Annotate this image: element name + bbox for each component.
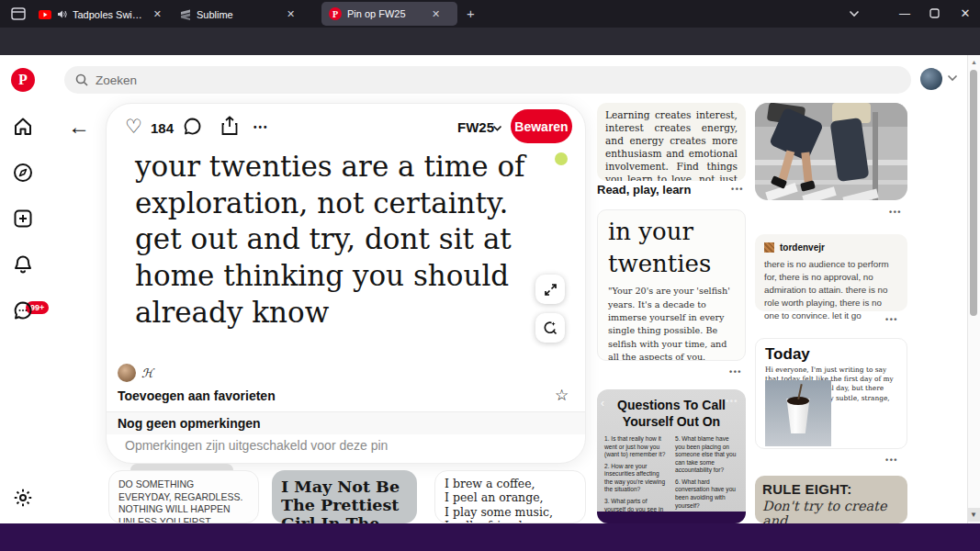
rule-title: RULE EIGHT: [762,481,900,497]
explore-compass-icon[interactable] [12,162,34,184]
tumblr-avatar [764,242,774,253]
tab-pinterest-active[interactable]: P Pin op FW25 ✕ [321,2,457,26]
tab-title: Pin op FW25 [347,8,426,19]
pinterest-favicon: P [329,7,342,20]
line: I play some music, [445,505,576,519]
question-item: 1. Is that really how it went or just ho… [604,435,668,459]
green-dot-indicator [555,152,568,165]
scroll-up-icon[interactable]: ▲ [968,55,980,65]
expand-image-button[interactable] [535,275,565,304]
search-icon [75,73,88,86]
pin-questions[interactable]: Questions To Call Yourself Out On 1. Is … [597,389,746,523]
search-placeholder: Zoeken [96,73,137,87]
notifications-bell-icon[interactable] [12,253,34,276]
carousel-prev-icon[interactable]: ‹ [601,397,604,410]
tab-tadpoles[interactable]: Tadpoles Swimming in Wat... ✕ [31,3,169,26]
line: I peel an orange, [445,490,576,504]
screen: Tadpoles Swimming in Wat... ✕ Sublime ✕ … [0,0,980,551]
photo-jeans [830,118,870,182]
pin-more-icon[interactable]: ••• [889,208,902,217]
pin-twenties-quote: "Your 20's are your 'selfish' years. It'… [608,285,735,361]
coffee-photo [765,380,831,446]
pin-learning-title[interactable]: Read, play, learn [597,183,691,197]
pin-quote-text: your twenties are a time of exploration,… [135,149,553,331]
favorites-label: Toevoegen aan favorieten [118,388,276,403]
author-avatar[interactable] [118,364,136,382]
like-count: 184 [151,120,174,136]
share-icon[interactable] [220,116,239,136]
questions-purple-band [597,512,746,523]
favorite-star-icon[interactable]: ☆ [555,386,569,405]
create-plus-icon[interactable] [12,208,34,230]
tab-close-icon[interactable]: ✕ [432,9,440,19]
question-item: 5. What blame have you been placing on s… [675,435,738,475]
visual-search-button[interactable] [535,313,565,343]
scroll-down-icon[interactable]: ▼ [967,508,980,522]
pin-more-icon[interactable]: ••• [729,367,742,377]
settings-gear-icon[interactable] [12,487,34,509]
tab-title: Tadpoles Swimming in Wat... [73,9,148,20]
pin-more-icon[interactable]: ••• [885,455,898,465]
board-selector[interactable]: FW25 [457,119,494,135]
comment-icon[interactable] [183,117,202,136]
line: I brew a coffee, [445,477,576,490]
back-button[interactable]: ← [68,114,90,140]
pin-twenties-heading: in your twenties [608,216,735,280]
pin-more-options-icon[interactable]: ••• [253,122,269,132]
pin-questions-title: Questions To Call Yourself Out On [597,389,746,433]
pin-brew-coffee[interactable]: I brew a coffee, I peel an orange, I pla… [434,470,586,523]
today-heading: Today [756,339,907,365]
photo-crosswalk-stripe [842,189,878,200]
youtube-icon [39,10,51,19]
photo-railing [755,160,907,165]
pin-more-icon[interactable]: ••• [726,397,738,406]
photo-pole [873,112,878,200]
pin-street-photo[interactable] [755,103,907,200]
maximize-button[interactable] [929,8,940,18]
comments-disabled-text: Opmerkingen zijn uitgeschakeld voor deze… [125,438,388,453]
pin-rule-eight[interactable]: RULE EIGHT: Don't try to create and [755,476,907,523]
home-icon[interactable] [12,116,34,138]
close-window-button[interactable]: ✕ [952,6,979,20]
comments-title: Nog geen opmerkingen [118,416,261,431]
tumblr-username: tordenvejr [780,242,825,253]
tab-sublime[interactable]: Sublime ✕ [173,3,312,26]
search-input[interactable]: Zoeken [64,66,911,94]
pin-twenties[interactable]: in your twenties "Your 20's are your 'se… [597,209,746,361]
tab-title: Sublime [197,9,281,20]
author-name[interactable]: ℋ [141,366,153,380]
tab-audio-icon[interactable] [57,9,67,19]
account-chevron-icon[interactable] [947,74,958,82]
pinterest-logo[interactable]: P [11,68,35,92]
board-chevron-icon[interactable] [492,125,502,131]
like-heart-icon[interactable]: ♡ [125,116,142,138]
browser-navbar: ← → ↻ nl.pinterest.com/pin/3328442287360… [0,28,980,55]
messages-icon[interactable] [12,299,34,321]
pin-prettiest-girl[interactable]: I May Not Be The Prettiest Girl In The R… [272,470,417,523]
tab-close-icon[interactable]: ✕ [153,9,162,19]
pin-today[interactable]: Today Hi everyone, I'm just writing to s… [755,338,907,449]
question-item: 2. How are your insecurities affecting t… [604,463,668,494]
photo-leg [801,152,812,183]
sublime-icon [180,9,191,20]
windows-taskbar: ✦ 10:58 11/09/2025 [0,523,980,551]
question-item: 6. What hard conversation have you been … [675,478,738,510]
tumblr-text: there is no audience to perform for, the… [764,258,898,322]
minimize-button[interactable]: — [891,7,918,20]
tab-close-icon[interactable]: ✕ [287,9,295,19]
profile-avatar[interactable] [920,68,942,90]
pin-more-icon[interactable]: ••• [885,315,898,324]
pin-more-icon[interactable]: ••• [731,185,744,194]
photo-leg [779,150,794,180]
pin-tordenvejr[interactable]: tordenvejr there is no audience to perfo… [755,234,907,311]
scrollbar-thumb[interactable] [970,70,977,316]
new-tab-button[interactable]: + [467,6,475,20]
pin-learning[interactable]: Learning creates interest, interest crea… [597,103,746,181]
firefox-view-icon[interactable] [11,6,26,21]
pin-do-something[interactable]: DO SOMETHING EVERYDAY, REGARDLESS. NOTHI… [108,470,259,523]
tab-list-chevron-icon[interactable] [849,10,860,17]
browser-tabstrip: Tadpoles Swimming in Wat... ✕ Sublime ✕ … [0,0,980,28]
save-button[interactable]: Bewaren [511,109,572,143]
photo-heel [800,180,816,191]
